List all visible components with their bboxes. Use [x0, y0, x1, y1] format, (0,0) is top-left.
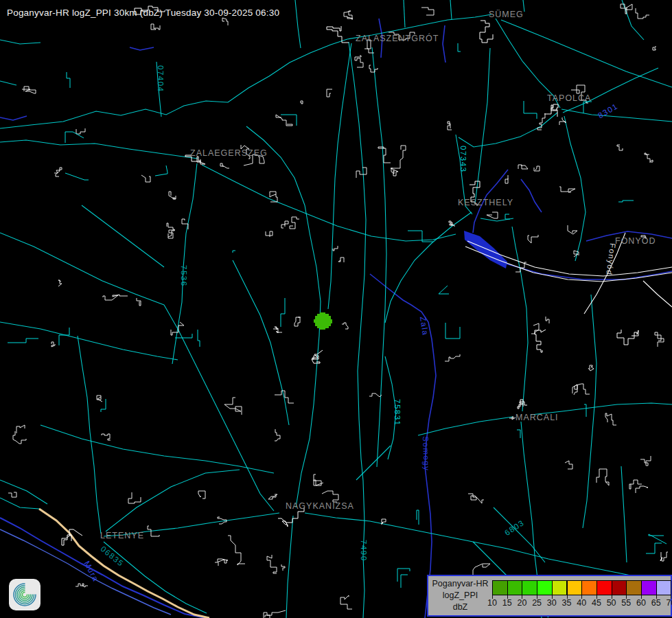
village-outline — [660, 552, 668, 561]
radar-spiral-logo — [9, 579, 40, 610]
map-road-branch — [175, 334, 192, 338]
village-outline — [518, 165, 528, 169]
village-outline — [445, 354, 460, 361]
map-road-branch — [439, 286, 449, 294]
legend-color-cell — [626, 580, 642, 595]
map-road-line — [564, 116, 586, 261]
map-river-line — [130, 47, 154, 50]
village-outline — [281, 221, 288, 228]
village-outline — [51, 342, 55, 347]
village-outline — [636, 8, 649, 19]
map-road-line — [0, 140, 198, 159]
town-outline — [535, 330, 546, 352]
map-road-line — [523, 0, 524, 12]
village-outline — [102, 434, 111, 440]
village-outline — [655, 332, 664, 347]
village-outline — [276, 115, 292, 126]
map-road-line — [475, 48, 490, 204]
map-road-line — [0, 498, 39, 509]
village-outline — [356, 168, 367, 178]
map-road-line — [563, 68, 658, 113]
legend-tick-label: 60 — [636, 598, 646, 608]
map-road-line — [0, 40, 40, 44]
legend-product-name: logZ_PPI — [428, 590, 492, 602]
village-outline — [76, 128, 85, 134]
village-outline — [571, 85, 588, 103]
spiral-icon — [9, 579, 40, 610]
map-road-line — [328, 43, 351, 309]
legend-color-cell — [612, 580, 627, 595]
map-road-branch — [618, 201, 634, 202]
lake-area — [464, 231, 507, 268]
legend-tick-label: 50 — [607, 598, 616, 608]
legend-color-cell — [567, 580, 583, 595]
village-outline — [314, 474, 323, 485]
map-road-line — [0, 322, 178, 360]
legend-station-name: Poganyvar-HR — [428, 578, 492, 590]
village-outline — [264, 610, 286, 618]
legend-tick-label: 10 — [487, 598, 497, 608]
village-outline — [645, 153, 653, 162]
village-outline — [449, 221, 454, 227]
radar-title: Poganyvar-HR logZ_PPI 30km (dbZ) Tuesday… — [7, 8, 279, 18]
village-outline — [273, 327, 282, 333]
village-outline — [266, 231, 273, 237]
legend-title-block: Poganyvar-HR logZ_PPI dbZ — [428, 578, 492, 613]
village-outline — [559, 187, 575, 192]
village-outline — [222, 18, 228, 25]
village-outline — [327, 89, 332, 97]
map-road-branch — [198, 330, 200, 347]
legend-color-cell — [596, 580, 612, 595]
town-outline — [470, 181, 480, 206]
village-outline — [281, 564, 285, 571]
map-road-branch — [445, 323, 460, 339]
radar-screen: ZALASZENTGRÓTSÜMEGTAPOLCAZALAEGERSZEGKES… — [0, 0, 672, 618]
village-outline — [568, 225, 577, 234]
map-road-line — [106, 470, 240, 531]
map-road-line — [404, 0, 405, 27]
village-outline — [575, 384, 590, 394]
map-road-line — [202, 165, 456, 241]
village-outline — [338, 258, 344, 262]
legend-tick-label: 35 — [562, 598, 572, 608]
map-road-branch — [505, 214, 510, 219]
village-outline — [224, 398, 242, 415]
village-outline — [151, 24, 160, 30]
map-road-line — [450, 0, 452, 19]
map-road-line — [456, 135, 472, 214]
map-road-branch — [458, 43, 461, 52]
map-river-line — [370, 274, 436, 618]
village-outline — [244, 154, 264, 165]
village-outline — [531, 323, 539, 334]
map-road-line — [496, 19, 560, 108]
radar-echo-blob — [314, 312, 332, 330]
map-road-branch — [281, 298, 285, 327]
map-road-line — [172, 163, 197, 364]
map-road-branch — [59, 328, 69, 345]
map-road-branch — [517, 430, 520, 438]
map-river-line — [521, 179, 542, 212]
map-road-line — [385, 356, 396, 459]
village-outline — [344, 11, 353, 20]
village-outline — [198, 491, 205, 499]
map-road-branch — [8, 339, 38, 343]
legend-color-cell — [641, 580, 657, 595]
village-outline — [267, 555, 277, 573]
map-shore-road — [643, 281, 672, 307]
map-river-line — [586, 231, 672, 241]
village-outline — [322, 491, 338, 502]
map-road-line — [104, 542, 207, 613]
village-outline — [369, 393, 382, 397]
map-road-branch — [101, 399, 106, 412]
map-road-line — [305, 513, 651, 580]
radar-map-canvas — [0, 0, 672, 618]
map-road-line — [78, 336, 101, 534]
village-outline — [241, 145, 250, 159]
map-road-line — [347, 14, 491, 39]
map-river-line — [379, 19, 382, 58]
map-road-branch — [417, 510, 419, 525]
map-river-line — [443, 25, 445, 62]
legend-tick-label: 25 — [532, 598, 542, 608]
village-outline — [617, 145, 623, 150]
map-road-branch — [65, 173, 89, 180]
